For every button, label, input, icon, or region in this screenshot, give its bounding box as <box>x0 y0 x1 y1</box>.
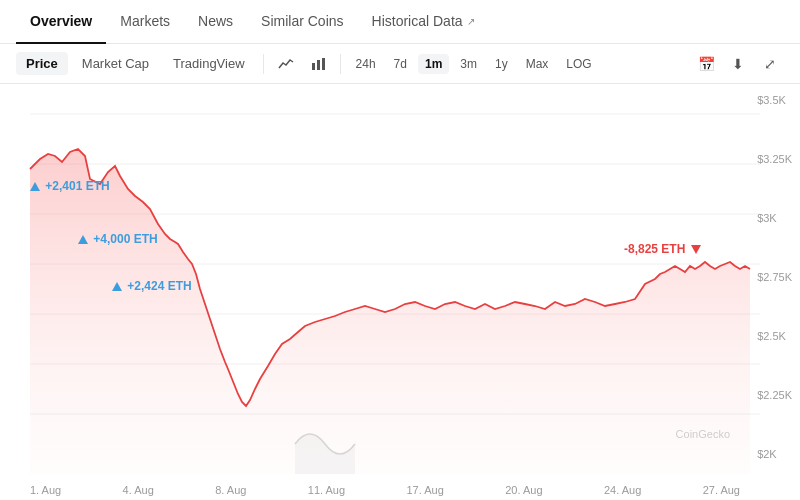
top-nav: Overview Markets News Similar Coins Hist… <box>0 0 800 44</box>
time-max[interactable]: Max <box>519 54 556 74</box>
time-log[interactable]: LOG <box>559 54 598 74</box>
time-7d[interactable]: 7d <box>387 54 414 74</box>
price-chart <box>0 84 800 500</box>
tab-historical-data[interactable]: Historical Data ↗ <box>358 0 489 44</box>
time-1m[interactable]: 1m <box>418 54 449 74</box>
line-chart-icon[interactable] <box>272 50 300 78</box>
tab-overview[interactable]: Overview <box>16 0 106 44</box>
time-1y[interactable]: 1y <box>488 54 515 74</box>
time-3m[interactable]: 3m <box>453 54 484 74</box>
view-market-cap[interactable]: Market Cap <box>72 52 159 75</box>
bar-chart-icon[interactable] <box>304 50 332 78</box>
sub-toolbar: Price Market Cap TradingView 24h 7d 1m 3… <box>0 44 800 84</box>
view-tradingview[interactable]: TradingView <box>163 52 255 75</box>
svg-rect-1 <box>317 60 320 70</box>
tab-similar-coins[interactable]: Similar Coins <box>247 0 357 44</box>
tab-markets[interactable]: Markets <box>106 0 184 44</box>
external-link-icon: ↗ <box>467 16 475 27</box>
time-24h[interactable]: 24h <box>349 54 383 74</box>
calendar-icon[interactable]: 📅 <box>692 50 720 78</box>
separator <box>263 54 264 74</box>
separator2 <box>340 54 341 74</box>
view-price[interactable]: Price <box>16 52 68 75</box>
chart-area: $3.5K $3.25K $3K $2.75K $2.5K $2.25K $2K… <box>0 84 800 500</box>
tab-news[interactable]: News <box>184 0 247 44</box>
download-icon[interactable]: ⬇ <box>724 50 752 78</box>
svg-rect-0 <box>312 63 315 70</box>
svg-rect-2 <box>322 58 325 70</box>
expand-icon[interactable]: ⤢ <box>756 50 784 78</box>
